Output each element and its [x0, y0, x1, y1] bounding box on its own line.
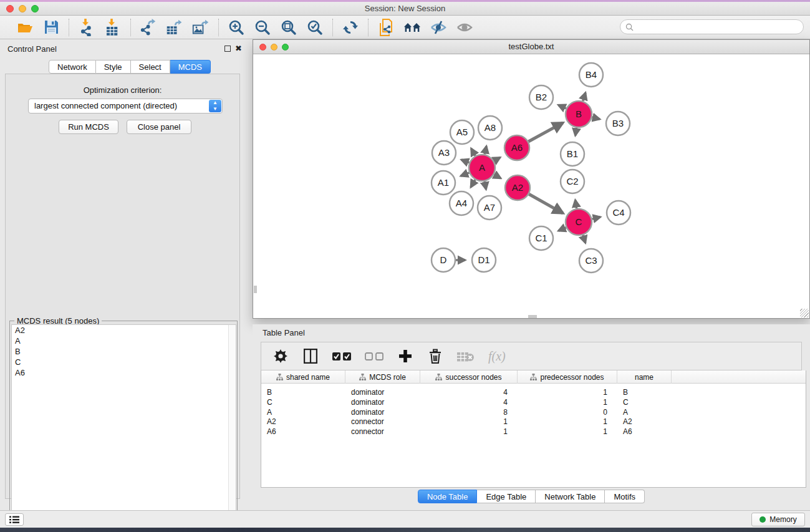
node-B2[interactable]: B2	[529, 85, 553, 109]
float-panel-icon[interactable]	[224, 46, 231, 52]
table-cell[interactable]: 4	[420, 397, 508, 407]
zoom-fit-icon[interactable]	[280, 19, 297, 36]
table-cell[interactable]: 4	[420, 387, 508, 397]
edge-A-A2[interactable]	[494, 175, 501, 178]
table-cell[interactable]: 1	[518, 417, 607, 427]
close-window-button[interactable]	[6, 5, 14, 12]
close-panel-button[interactable]: Close panel	[127, 120, 191, 134]
minimize-window-button[interactable]	[19, 5, 26, 12]
table-cell[interactable]: 1	[420, 417, 508, 427]
table-cell[interactable]: connector	[351, 427, 420, 437]
task-history-button[interactable]	[5, 513, 24, 526]
import-network-icon[interactable]	[78, 19, 95, 36]
table-cell[interactable]: A	[623, 407, 672, 417]
table-cell[interactable]: 8	[420, 407, 508, 417]
tab-motifs[interactable]: Motifs	[605, 490, 645, 503]
network-close-button[interactable]	[259, 44, 266, 51]
node-B1[interactable]: B1	[561, 142, 584, 166]
zoom-selected-icon[interactable]	[306, 19, 324, 36]
node-B3[interactable]: B3	[606, 112, 630, 135]
export-table-icon[interactable]	[166, 19, 183, 36]
node-A4[interactable]: A4	[450, 191, 473, 215]
edge-B-B4[interactable]	[583, 93, 586, 101]
table-cell[interactable]: 1	[420, 427, 508, 437]
edge-A-A1[interactable]	[461, 173, 470, 176]
search-input[interactable]	[634, 22, 789, 31]
table-cell[interactable]: dominator	[351, 387, 420, 397]
edge-A-A7[interactable]	[485, 181, 486, 190]
tab-mcds[interactable]: MCDS	[170, 60, 211, 74]
node-C1[interactable]: C1	[529, 226, 553, 250]
table-cell[interactable]: dominator	[351, 407, 420, 417]
edge-C-C4[interactable]	[592, 217, 600, 219]
add-column-icon[interactable]	[397, 349, 413, 363]
column-header-predecessor-nodes[interactable]: predecessor nodes	[518, 370, 617, 384]
node-A5[interactable]: A5	[450, 120, 474, 144]
table-cell[interactable]: 1	[518, 397, 607, 407]
table-cell[interactable]: A	[267, 407, 345, 417]
zoom-in-icon[interactable]	[228, 19, 245, 36]
node-D[interactable]: D	[432, 248, 455, 272]
zoom-window-button[interactable]	[31, 5, 39, 12]
result-list-item[interactable]: A	[12, 336, 236, 346]
edge-A-A8[interactable]	[485, 146, 486, 154]
column-header-successor-nodes[interactable]: successor nodes	[420, 370, 518, 384]
node-C[interactable]: C	[566, 209, 592, 235]
tab-network-table[interactable]: Network Table	[536, 490, 605, 503]
node-A7[interactable]: A7	[478, 196, 501, 220]
node-table[interactable]: shared nameMCDS rolesuccessor nodesprede…	[261, 370, 806, 488]
search-box[interactable]	[620, 19, 804, 34]
node-A6[interactable]: A6	[504, 135, 529, 160]
edge-A-A4[interactable]	[471, 180, 475, 187]
table-cell[interactable]: C	[623, 397, 672, 407]
network-vertical-scrollbar-thumb[interactable]	[254, 286, 257, 293]
node-A[interactable]: A	[469, 155, 495, 181]
result-list-scrollbar[interactable]	[228, 325, 236, 531]
open-folder-icon[interactable]	[16, 19, 34, 36]
export-network-icon[interactable]	[140, 19, 157, 36]
tab-network[interactable]: Network	[49, 60, 96, 74]
edge-A2-C[interactable]	[529, 194, 562, 213]
node-D1[interactable]: D1	[472, 248, 496, 272]
column-header-name[interactable]: name	[617, 370, 672, 384]
network-minimize-button[interactable]	[271, 44, 277, 51]
table-cell[interactable]: A6	[623, 427, 672, 437]
checked-boxes-icon[interactable]	[332, 352, 351, 361]
zoom-out-icon[interactable]	[254, 19, 271, 36]
edge-C-C1[interactable]	[559, 228, 566, 231]
network-zoom-button[interactable]	[282, 44, 289, 51]
edge-B-B3[interactable]	[592, 117, 599, 119]
table-cell[interactable]: connector	[351, 417, 420, 427]
node-A3[interactable]: A3	[432, 141, 456, 165]
tab-edge-table[interactable]: Edge Table	[477, 490, 536, 503]
table-cell[interactable]: A2	[623, 417, 672, 427]
save-session-icon[interactable]	[42, 19, 60, 36]
refresh-layout-icon[interactable]	[342, 19, 359, 36]
result-list-item[interactable]: C	[12, 357, 236, 367]
table-cell[interactable]: C	[267, 397, 345, 407]
edge-A-A5[interactable]	[471, 148, 476, 156]
node-A2[interactable]: A2	[505, 175, 530, 200]
export-image-icon[interactable]	[192, 19, 210, 36]
result-list-item[interactable]: A2	[12, 325, 236, 336]
new-network-from-selection-icon[interactable]	[377, 19, 395, 36]
split-columns-icon[interactable]	[302, 349, 319, 364]
node-C2[interactable]: C2	[561, 170, 584, 193]
network-horizontal-scrollbar-thumb[interactable]	[528, 315, 537, 318]
tab-node-table[interactable]: Node Table	[418, 490, 478, 503]
node-C4[interactable]: C4	[607, 201, 630, 225]
edge-B-B1[interactable]	[576, 128, 577, 136]
delete-table-icon[interactable]	[457, 351, 475, 362]
result-list-item[interactable]: A6	[12, 367, 236, 378]
tab-style[interactable]: Style	[96, 60, 131, 74]
node-B4[interactable]: B4	[579, 63, 603, 87]
edge-A-A6[interactable]	[494, 157, 500, 161]
node-B[interactable]: B	[566, 101, 592, 127]
delete-column-icon[interactable]	[427, 349, 443, 364]
network-canvas[interactable]: B4B2BB3A8A5A6A3B1AA1C2A2A4A7C4CC1C3DD1	[254, 55, 809, 318]
edge-A-A3[interactable]	[461, 160, 470, 163]
home-icon[interactable]	[403, 19, 421, 36]
unchecked-boxes-icon[interactable]	[365, 352, 383, 361]
table-cell[interactable]: A2	[267, 417, 345, 427]
gear-icon[interactable]	[272, 349, 289, 363]
